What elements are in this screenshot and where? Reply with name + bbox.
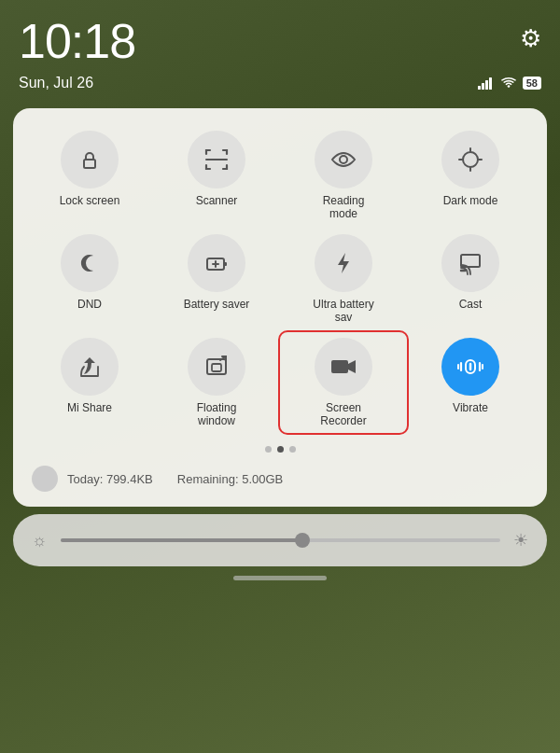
wifi-icon xyxy=(500,77,517,90)
lock-screen-label: Lock screen xyxy=(60,194,120,207)
qs-item-mi-share[interactable]: Mi Share xyxy=(28,334,151,432)
battery-saver-label: Battery saver xyxy=(184,298,250,311)
qs-item-lock-screen[interactable]: Lock screen xyxy=(28,127,151,225)
mi-share-icon-circle xyxy=(61,338,119,396)
qs-item-floating-window[interactable]: Floating window xyxy=(155,334,278,432)
qs-item-cast[interactable]: Cast xyxy=(409,230,532,328)
vibrate-icon-circle xyxy=(441,338,499,396)
date-display: Sun, Jul 26 xyxy=(19,75,93,91)
svg-rect-3 xyxy=(489,77,492,90)
home-indicator[interactable] xyxy=(0,576,560,580)
brightness-max-icon: ☀ xyxy=(513,530,528,551)
reading-mode-icon-circle xyxy=(315,131,372,188)
qs-item-scanner[interactable]: Scanner xyxy=(155,127,278,225)
dnd-label: DND xyxy=(77,298,102,311)
battery-saver-icon-circle xyxy=(188,234,245,292)
floating-window-icon-circle xyxy=(188,338,245,396)
qs-item-dark-mode[interactable]: Dark mode xyxy=(409,127,532,225)
gear-icon[interactable]: ⚙ xyxy=(520,24,541,53)
battery-badge: 58 xyxy=(523,77,541,90)
eye-icon xyxy=(329,148,357,171)
vibrate-icon xyxy=(457,354,483,380)
floating-icon xyxy=(203,354,230,380)
cast-icon xyxy=(457,251,483,275)
status-icons: 58 xyxy=(478,77,541,90)
svg-rect-21 xyxy=(331,360,348,373)
page-dots xyxy=(28,446,532,453)
svg-rect-19 xyxy=(212,364,221,371)
quick-settings-grid: Lock screen Scanner xyxy=(28,127,532,431)
data-remaining: Remaining: 5.00GB xyxy=(177,472,283,486)
qs-item-vibrate[interactable]: Vibrate xyxy=(409,334,532,432)
qs-item-battery-saver[interactable]: Battery saver xyxy=(155,230,278,328)
video-camera-icon xyxy=(329,356,357,378)
brightness-track[interactable] xyxy=(61,538,501,542)
vibrate-label: Vibrate xyxy=(453,401,488,414)
qs-item-dnd[interactable]: DND xyxy=(28,230,151,328)
scanner-icon-circle xyxy=(188,131,245,188)
svg-rect-13 xyxy=(224,262,227,266)
scanner-icon xyxy=(203,146,231,173)
brightness-thumb[interactable] xyxy=(295,533,310,548)
bolt-icon xyxy=(331,250,356,276)
data-circle-icon xyxy=(32,466,58,492)
svg-rect-2 xyxy=(485,80,488,90)
data-usage-row: Today: 799.4KB Remaining: 5.00GB xyxy=(28,464,532,494)
svg-rect-0 xyxy=(478,86,481,90)
qs-item-ultra-battery[interactable]: Ultra battery sav xyxy=(282,230,405,328)
brightness-bar[interactable]: ☼ ☀ xyxy=(13,514,547,566)
quick-settings-panel: Lock screen Scanner xyxy=(13,108,547,507)
dot-2[interactable] xyxy=(277,446,284,453)
scanner-label: Scanner xyxy=(196,194,238,207)
reading-mode-label: Reading mode xyxy=(310,194,377,221)
floating-window-label: Floating window xyxy=(183,401,250,428)
status-bar: 10:18 ⚙ xyxy=(0,0,560,73)
screen-recorder-icon-circle xyxy=(315,338,372,396)
lock-icon xyxy=(77,146,103,173)
date-row: Sun, Jul 26 58 xyxy=(0,73,560,101)
dark-mode-icon xyxy=(457,146,483,173)
svg-rect-4 xyxy=(84,160,95,168)
dark-mode-icon-circle xyxy=(441,131,499,188)
svg-point-7 xyxy=(463,152,478,167)
qs-item-reading-mode[interactable]: Reading mode xyxy=(282,127,405,225)
dark-mode-label: Dark mode xyxy=(443,194,498,207)
mi-share-icon xyxy=(77,354,103,380)
cast-label: Cast xyxy=(459,298,483,311)
cast-icon-circle xyxy=(441,234,499,292)
ultra-battery-label: Ultra battery sav xyxy=(310,298,377,325)
ultra-battery-icon-circle xyxy=(315,234,372,292)
battery-plus-icon xyxy=(203,250,230,276)
qs-item-screen-recorder[interactable]: Screen Recorder xyxy=(282,334,405,432)
time-display: 10:18 xyxy=(19,17,135,65)
dot-3[interactable] xyxy=(289,446,296,453)
lock-screen-icon-circle xyxy=(61,131,119,188)
svg-point-6 xyxy=(340,156,347,163)
signal-icon xyxy=(478,77,495,90)
screen-recorder-label: Screen Recorder xyxy=(310,401,377,428)
dot-1[interactable] xyxy=(265,446,272,453)
brightness-fill xyxy=(61,538,302,542)
mi-share-label: Mi Share xyxy=(67,401,112,414)
moon-icon xyxy=(77,250,103,276)
data-today: Today: 799.4KB xyxy=(67,472,153,486)
dnd-icon-circle xyxy=(61,234,119,292)
brightness-min-icon: ☼ xyxy=(32,531,48,551)
home-bar xyxy=(233,576,327,580)
svg-rect-1 xyxy=(482,83,484,90)
